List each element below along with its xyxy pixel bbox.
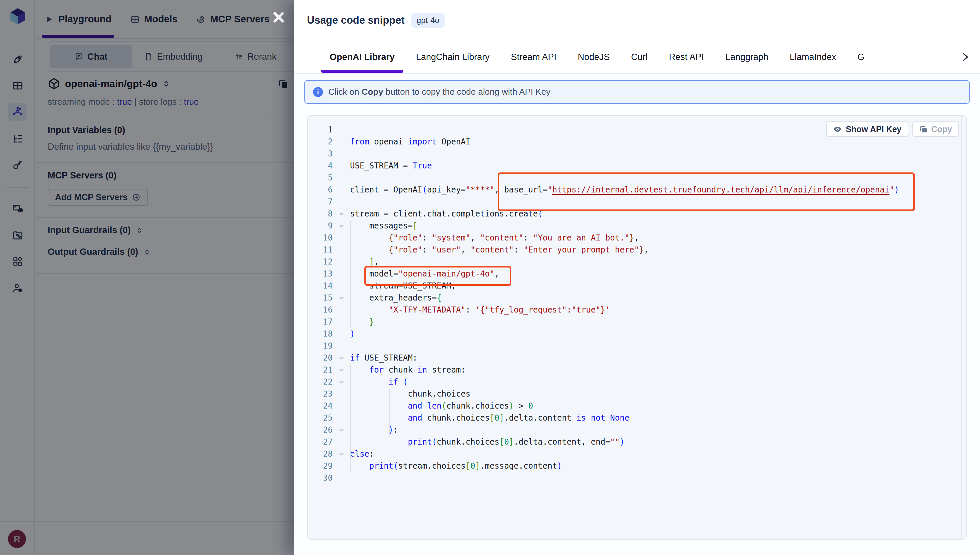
code-text: USE_STREAM = True	[350, 160, 432, 172]
fold-gutter	[333, 268, 350, 280]
line-number: 13	[308, 268, 333, 280]
close-modal-button[interactable]	[271, 10, 286, 25]
code-text: )	[350, 328, 355, 340]
usage-code-snippet-modal: Usage code snippet gpt-4o OpenAI Library…	[294, 0, 980, 555]
code-text: if USE_STREAM:	[350, 352, 417, 364]
fold-chevron-icon[interactable]	[333, 208, 350, 220]
copy-icon	[919, 125, 928, 134]
code-line: 16 "X-TFY-METADATA": '{"tfy_log_request"…	[308, 304, 966, 316]
code-line: 25 and chunk.choices[0].delta.content is…	[308, 412, 966, 424]
modal-body: i Click on Copy button to copy the code …	[294, 74, 980, 555]
fold-gutter	[333, 460, 350, 472]
code-line: 4USE_STREAM = True	[308, 160, 966, 172]
show-api-key-button[interactable]: Show API Key	[826, 121, 908, 137]
fold-chevron-icon[interactable]	[333, 292, 350, 304]
modal-tab-langchain-library[interactable]: LangChain Library	[416, 41, 490, 73]
modal-tab-nodejs[interactable]: NodeJS	[578, 41, 610, 73]
modal-tab-llamaindex[interactable]: LlamaIndex	[790, 41, 836, 73]
code-line: 30	[308, 472, 966, 484]
copy-code-label: Copy	[931, 124, 952, 134]
modal-tabs: OpenAI LibraryLangChain LibraryStream AP…	[294, 41, 980, 74]
code-line: 8stream = client.chat.completions.create…	[308, 208, 966, 220]
code-text: }	[350, 316, 374, 328]
copy-code-button[interactable]: Copy	[912, 121, 959, 137]
line-number: 1	[308, 124, 333, 136]
fold-gutter	[333, 388, 350, 400]
code-line: 15 extra_headers={	[308, 292, 966, 304]
modal-tab-langgraph[interactable]: Langgraph	[725, 41, 768, 73]
code-line: 5	[308, 172, 966, 184]
code-text: and len(chunk.choices) > 0	[350, 400, 533, 412]
fold-gutter	[333, 340, 350, 352]
modal-tab-label: OpenAI Library	[330, 52, 395, 63]
modal-backdrop[interactable]	[0, 0, 294, 555]
fold-gutter	[333, 172, 350, 184]
code-line: 24 and len(chunk.choices) > 0	[308, 400, 966, 412]
fold-chevron-icon[interactable]	[333, 376, 350, 388]
code-text: print(stream.choices[0].message.content)	[350, 460, 562, 472]
modal-tab-label: LangChain Library	[416, 52, 490, 63]
code-editor: Show API Key Copy 12from openai import O…	[307, 115, 967, 540]
line-number: 8	[308, 208, 333, 220]
line-number: 11	[308, 244, 333, 256]
code-line: 20if USE_STREAM:	[308, 352, 966, 364]
code-text: else:	[350, 448, 374, 460]
modal-tab-label: Stream API	[511, 52, 557, 63]
fold-gutter	[333, 148, 350, 160]
line-number: 23	[308, 388, 333, 400]
code-line: 2from openai import OpenAI	[308, 136, 966, 148]
code-actions: Show API Key Copy	[826, 121, 959, 137]
fold-chevron-icon[interactable]	[333, 220, 350, 232]
code-text: chunk.choices	[350, 388, 470, 400]
indent-guide	[350, 364, 351, 472]
indent-guide	[370, 304, 370, 316]
modal-tab-curl[interactable]: Curl	[631, 41, 647, 73]
line-number: 16	[308, 304, 333, 316]
modal-tab-g[interactable]: G	[858, 41, 865, 73]
line-number: 17	[308, 316, 333, 328]
modal-tab-stream-api[interactable]: Stream API	[511, 41, 557, 73]
code-line: 12 ],	[308, 256, 966, 268]
modal-tab-rest-api[interactable]: Rest API	[669, 41, 704, 73]
fold-chevron-icon[interactable]	[333, 352, 350, 364]
line-number: 27	[308, 436, 333, 448]
line-number: 29	[308, 460, 333, 472]
code-line: 22 if (	[308, 376, 966, 388]
code-text: extra_headers={	[350, 292, 442, 304]
code-line: 26 ):	[308, 424, 966, 436]
code-text: stream = client.chat.completions.create(	[350, 208, 543, 220]
line-number: 18	[308, 328, 333, 340]
fold-chevron-icon[interactable]	[333, 448, 350, 460]
fold-gutter	[333, 316, 350, 328]
modal-header: Usage code snippet gpt-4o	[294, 0, 980, 41]
line-number: 3	[308, 148, 333, 160]
fold-gutter	[333, 328, 350, 340]
fold-chevron-icon[interactable]	[333, 424, 350, 436]
line-number: 28	[308, 448, 333, 460]
playground-page: R Playground Models MCP Servers Chat	[0, 0, 294, 555]
code-text: client = OpenAI(api_key="****", base_url…	[350, 184, 899, 196]
indent-guide	[389, 388, 390, 436]
modal-tab-label: Langgraph	[725, 52, 768, 63]
fold-gutter	[333, 232, 350, 244]
tabs-scroll-right-button[interactable]	[959, 51, 970, 63]
code-line: 14 stream=USE_STREAM,	[308, 280, 966, 292]
banner-text-bold: Copy	[362, 87, 383, 97]
line-number: 25	[308, 412, 333, 424]
fold-chevron-icon[interactable]	[333, 364, 350, 376]
fold-gutter	[333, 412, 350, 424]
code-line: 6client = OpenAI(api_key="****", base_ur…	[308, 184, 966, 196]
code-line: 27 print(chunk.choices[0].delta.content,…	[308, 436, 966, 448]
line-number: 24	[308, 400, 333, 412]
line-number: 5	[308, 172, 333, 184]
modal-tab-label: Curl	[631, 52, 647, 63]
model-badge: gpt-4o	[411, 13, 444, 28]
code-line: 7	[308, 196, 966, 208]
modal-tab-openai-library[interactable]: OpenAI Library	[330, 41, 395, 73]
code-text: if (	[350, 376, 408, 388]
fold-gutter	[333, 244, 350, 256]
code-line: 9 messages=[	[308, 220, 966, 232]
code-text: and chunk.choices[0].delta.content is no…	[350, 412, 629, 424]
fold-gutter	[333, 304, 350, 316]
fold-gutter	[333, 196, 350, 208]
